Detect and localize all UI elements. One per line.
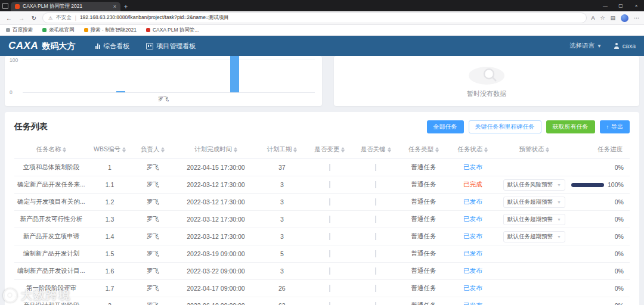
window-maximize-button[interactable]: ▢ (613, 3, 628, 8)
task-action-button[interactable]: 关键任务和里程碑任务 (469, 120, 541, 133)
column-header[interactable]: WBS编号 (88, 145, 131, 154)
table-row[interactable]: 编制新产品开发设计目... 1.6 罗飞 2022-03-22 09:00:00… (14, 263, 630, 280)
progress-value: 0% (615, 164, 624, 171)
address-bar[interactable]: ⚠ 不安全 | 192.168.63.230:8080/lkanban/proj… (42, 13, 587, 23)
chevron-down-icon: ▼ (557, 183, 561, 187)
key-checkbox[interactable] (375, 302, 376, 305)
key-checkbox[interactable] (375, 198, 376, 206)
table-row[interactable]: 立项和总体策划阶段 1 罗飞 2022-04-15 17:30:00 37 普通… (14, 159, 630, 176)
sort-icon[interactable] (234, 147, 237, 152)
table-row[interactable]: 新产品开发立项申请 1.4 罗飞 2022-03-12 17:30:00 3 普… (14, 228, 630, 245)
task-wbs: 2 (88, 302, 131, 305)
sort-icon[interactable] (341, 147, 345, 152)
column-header[interactable]: 负责人 (131, 145, 174, 154)
task-wbs: 1 (88, 164, 131, 171)
sort-icon[interactable] (435, 147, 439, 152)
nav-item-dashboard[interactable]: 综合看板 (95, 42, 129, 51)
key-checkbox[interactable] (375, 181, 376, 188)
key-checkbox[interactable] (375, 216, 376, 223)
window-close-button[interactable]: × (628, 3, 644, 8)
bookmark-item[interactable]: 搜索 - 制造智能2021 (84, 27, 137, 34)
column-header[interactable]: 预警状态 (497, 145, 571, 154)
task-action-button[interactable]: 全部任务 (427, 120, 464, 133)
warning-select[interactable]: 默认任务超期预警 ▼ (503, 231, 565, 242)
column-header[interactable]: 计划工期 (258, 145, 307, 154)
column-header[interactable]: 任务状态 (448, 145, 497, 154)
column-header[interactable]: 任务进度 (571, 145, 630, 154)
change-checkbox[interactable] (329, 164, 330, 171)
change-checkbox[interactable] (329, 198, 330, 206)
task-action-button[interactable]: 获取所有任务 (546, 120, 595, 133)
task-action-button[interactable]: ↑ 导出 (600, 120, 630, 133)
warning-select[interactable]: 默认任务超期预警 ▼ (503, 214, 565, 225)
window-minimize-button[interactable]: — (597, 3, 613, 8)
task-finish: 2022-03-12 17:30:00 (174, 198, 257, 206)
key-checkbox[interactable] (375, 250, 376, 257)
column-header[interactable]: 任务类型 (399, 145, 448, 154)
task-wbs: 1.5 (88, 250, 131, 257)
change-checkbox[interactable] (329, 285, 330, 292)
collections-icon[interactable]: ▤ (610, 15, 615, 21)
warning-select[interactable]: 默认任务超期预警 ▼ (503, 197, 565, 208)
refresh-button[interactable]: ↻ (30, 15, 38, 21)
nav-item-label: 项目管理看板 (156, 42, 196, 51)
table-row[interactable]: 确定新产品开发任务来... 1.1 罗飞 2022-03-12 17:30:00… (14, 176, 630, 194)
profile-avatar[interactable] (621, 14, 628, 22)
table-row[interactable]: 新产品开发可行性分析 1.3 罗飞 2022-03-12 17:30:00 3 … (14, 211, 630, 228)
sort-icon[interactable] (161, 147, 165, 152)
task-name: 编制新产品开发设计目... (14, 267, 88, 275)
column-header[interactable]: 计划完成时间 (174, 145, 257, 154)
key-checkbox[interactable] (375, 267, 376, 275)
key-checkbox[interactable] (375, 164, 376, 171)
bookmark-item[interactable]: CAXA PLM 协同管... (146, 27, 199, 34)
sort-icon[interactable] (388, 147, 391, 152)
warning-select[interactable]: 默认任务风险预警 ▼ (503, 179, 565, 191)
read-aloud-icon[interactable]: A (591, 15, 595, 21)
nav-item-project-board[interactable]: 项目管理看板 (146, 42, 196, 51)
change-checkbox[interactable] (329, 302, 330, 305)
sort-icon[interactable] (293, 147, 297, 152)
change-checkbox[interactable] (329, 216, 330, 223)
back-button[interactable]: ← (5, 15, 13, 21)
progress-value: 0% (615, 233, 624, 240)
language-selector[interactable]: 选择语言 ▼ (569, 42, 602, 50)
change-checkbox[interactable] (329, 250, 330, 257)
task-table-body: 立项和总体策划阶段 1 罗飞 2022-04-15 17:30:00 37 普通… (14, 159, 630, 305)
bookmark-item[interactable]: 老毛桃官网 (42, 27, 75, 34)
task-type: 普通任务 (399, 232, 448, 241)
user-icon (614, 43, 620, 49)
sort-icon[interactable] (546, 147, 549, 152)
bookmark-favicon (6, 28, 10, 32)
favorite-star-icon[interactable]: ☆ (600, 15, 605, 21)
key-checkbox[interactable] (375, 233, 376, 240)
forward-button[interactable]: → (17, 15, 26, 21)
change-checkbox[interactable] (329, 181, 330, 188)
sort-icon[interactable] (122, 147, 126, 152)
sort-icon[interactable] (63, 147, 66, 152)
key-checkbox[interactable] (375, 285, 376, 292)
user-menu[interactable]: caxa (614, 42, 636, 49)
table-row[interactable]: 确定与开发项目有关的... 1.2 罗飞 2022-03-12 17:30:00… (14, 194, 630, 211)
table-row[interactable]: 产品设计和开发阶段 2 罗飞 2022-06-19 09:00:00 63 普通… (14, 297, 630, 305)
new-tab-button[interactable]: + (120, 3, 131, 11)
task-wbs: 1.1 (88, 181, 131, 188)
tab-close-icon[interactable]: × (113, 4, 116, 10)
browser-titlebar: CAXA PLM 协同管理 2021 × + — ▢ × (0, 0, 644, 11)
task-wbs: 1.2 (88, 198, 131, 206)
task-finish: 2022-04-15 17:30:00 (174, 164, 257, 171)
settings-menu-icon[interactable]: ⋯ (634, 15, 639, 21)
table-row[interactable]: 第一阶段阶段评审 1.7 罗飞 2022-04-17 09:00:00 26 普… (14, 280, 630, 297)
button-label: 关键任务和里程碑任务 (475, 123, 535, 131)
browser-tab[interactable]: CAXA PLM 协同管理 2021 × (11, 2, 120, 11)
nav-item-label: 综合看板 (103, 42, 129, 51)
change-checkbox[interactable] (329, 267, 330, 275)
sort-icon[interactable] (484, 147, 488, 152)
table-row[interactable]: 编制新产品开发计划 1.5 罗飞 2022-03-19 09:00:00 5 普… (14, 245, 630, 263)
task-finish: 2022-04-17 09:00:00 (174, 285, 257, 292)
column-header[interactable]: 是否关键 (353, 145, 399, 154)
progress-value: 100% (608, 181, 624, 188)
column-header[interactable]: 是否变更 (306, 145, 352, 154)
column-header[interactable]: 任务名称 (14, 145, 88, 154)
bookmark-item[interactable]: 百度搜索 (6, 27, 33, 34)
change-checkbox[interactable] (329, 233, 330, 240)
